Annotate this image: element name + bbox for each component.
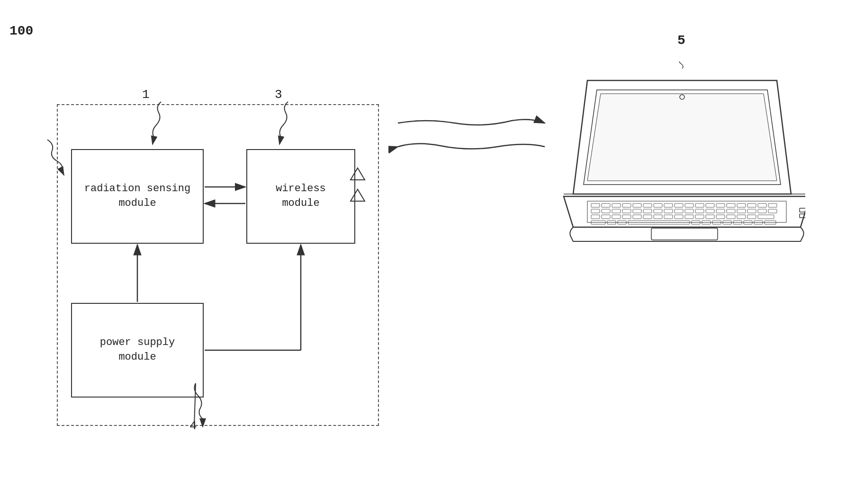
svg-rect-21: [675, 203, 683, 207]
label-100: 100: [9, 24, 33, 38]
svg-rect-35: [633, 209, 641, 213]
svg-rect-19: [654, 203, 662, 207]
svg-rect-33: [612, 209, 621, 213]
svg-rect-47: [758, 209, 766, 213]
svg-rect-28: [747, 203, 756, 207]
svg-rect-12: [587, 201, 786, 222]
svg-rect-36: [643, 209, 652, 213]
svg-rect-27: [737, 203, 746, 207]
radiation-sensing-module-label: radiation sensingmodule: [84, 182, 190, 211]
svg-rect-32: [602, 209, 610, 213]
svg-rect-53: [633, 215, 641, 219]
svg-rect-34: [622, 209, 631, 213]
svg-rect-14: [602, 203, 610, 207]
svg-rect-22: [685, 203, 693, 207]
svg-rect-65: [758, 215, 774, 219]
svg-rect-49: [591, 215, 600, 219]
wireless-module-box: wirelessmodule: [246, 149, 355, 244]
svg-rect-15: [612, 203, 621, 207]
svg-rect-41: [695, 209, 704, 213]
svg-rect-59: [695, 215, 704, 219]
label-5: 5: [677, 33, 685, 48]
svg-rect-30: [768, 203, 777, 207]
svg-rect-39: [675, 209, 683, 213]
svg-rect-46: [747, 209, 756, 213]
svg-rect-61: [716, 215, 725, 219]
svg-rect-60: [706, 215, 714, 219]
svg-rect-62: [727, 215, 735, 219]
svg-rect-16: [622, 203, 631, 207]
svg-rect-64: [747, 215, 756, 219]
svg-rect-24: [706, 203, 714, 207]
svg-rect-26: [727, 203, 735, 207]
svg-rect-37: [654, 209, 662, 213]
svg-rect-58: [685, 215, 693, 219]
svg-rect-52: [622, 215, 631, 219]
label-1: 1: [142, 88, 150, 102]
svg-rect-54: [643, 215, 652, 219]
svg-rect-13: [591, 203, 600, 207]
svg-rect-78: [651, 228, 718, 240]
svg-rect-45: [737, 209, 746, 213]
diagram-container: 1 3 4 radiation sensingmodule wirelessmo…: [28, 76, 388, 435]
svg-rect-48: [768, 209, 777, 213]
svg-rect-81: [800, 208, 805, 212]
svg-rect-18: [643, 203, 652, 207]
svg-rect-50: [602, 215, 610, 219]
svg-rect-25: [716, 203, 725, 207]
svg-rect-56: [664, 215, 673, 219]
svg-rect-43: [716, 209, 725, 213]
power-supply-module-box: power supplymodule: [71, 303, 204, 398]
svg-rect-17: [633, 203, 641, 207]
svg-rect-20: [664, 203, 673, 207]
label-4: 4: [189, 419, 197, 433]
svg-rect-31: [591, 209, 600, 213]
svg-rect-42: [706, 209, 714, 213]
svg-rect-63: [737, 215, 746, 219]
power-supply-module-label: power supplymodule: [100, 336, 175, 365]
radiation-sensing-module-box: radiation sensingmodule: [71, 149, 204, 244]
svg-rect-55: [654, 215, 662, 219]
svg-rect-40: [685, 209, 693, 213]
label-3: 3: [275, 88, 282, 102]
laptop-illustration: [549, 62, 805, 270]
wireless-arrows-svg: [388, 95, 559, 189]
svg-rect-57: [675, 215, 683, 219]
svg-rect-44: [727, 209, 735, 213]
wireless-module-label: wirelessmodule: [276, 182, 326, 211]
svg-rect-38: [664, 209, 673, 213]
svg-rect-29: [758, 203, 766, 207]
svg-rect-51: [612, 215, 621, 219]
svg-rect-23: [695, 203, 704, 207]
